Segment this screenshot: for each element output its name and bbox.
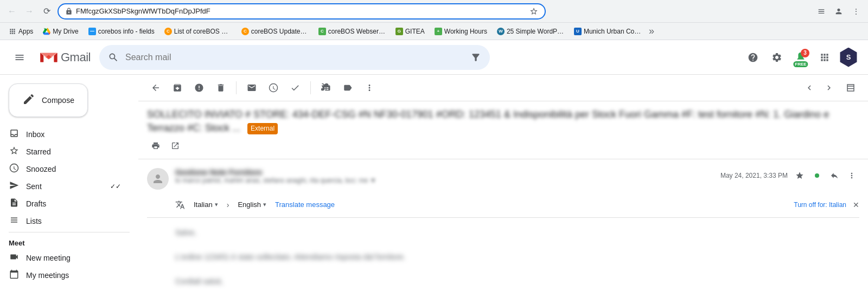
bookmark-simple-wordpress[interactable]: W 25 Simple WordPre... bbox=[493, 25, 569, 37]
reply-icon bbox=[830, 171, 839, 180]
sidebar-item-new-meeting[interactable]: New meeting bbox=[0, 249, 130, 267]
bookmark-my-drive[interactable]: My Drive bbox=[39, 25, 82, 37]
settings-button[interactable] bbox=[766, 47, 788, 68]
bookmark-munich-label: Munich Urban Cola... bbox=[584, 28, 641, 35]
archive-icon bbox=[173, 83, 182, 93]
search-bar[interactable] bbox=[99, 45, 490, 70]
forward-button[interactable]: → bbox=[22, 4, 37, 19]
move-to-button[interactable] bbox=[317, 79, 335, 96]
delete-icon bbox=[216, 83, 226, 93]
user-avatar: S bbox=[839, 48, 858, 67]
compose-button[interactable]: Compose bbox=[9, 83, 88, 117]
more-message-options-icon bbox=[847, 171, 856, 180]
dot-indicator-icon bbox=[813, 171, 821, 180]
my-meetings-icon bbox=[9, 269, 20, 282]
bookmark-list-corebos[interactable]: C List of coreBOS UIT... bbox=[160, 25, 236, 37]
more-message-options-button[interactable] bbox=[844, 168, 859, 183]
sidebar: Compose Inbox Starred Snoozed bbox=[0, 75, 138, 304]
browser-nav-buttons: ← → ⟳ bbox=[4, 4, 54, 19]
prev-email-button[interactable] bbox=[801, 79, 818, 96]
mark-unread-button[interactable] bbox=[243, 79, 260, 96]
sent-icon bbox=[9, 180, 20, 193]
star-email-button[interactable] bbox=[792, 168, 807, 183]
snooze-email-button[interactable] bbox=[265, 79, 282, 96]
search-input[interactable] bbox=[125, 53, 464, 62]
new-meeting-label: New meeting bbox=[26, 254, 71, 262]
reload-button[interactable]: ⟳ bbox=[39, 4, 54, 19]
close-translation-button[interactable]: ✕ bbox=[853, 200, 859, 209]
label-button[interactable] bbox=[339, 79, 356, 96]
bookmark-gitea-label: GITEA bbox=[405, 28, 425, 35]
free-badge: FREE bbox=[793, 61, 808, 67]
external-badge: External bbox=[247, 123, 278, 134]
print-button[interactable] bbox=[147, 137, 164, 154]
more-options-button[interactable] bbox=[361, 79, 378, 96]
bookmark-corebos-updater[interactable]: C coreBOS Updater :... bbox=[237, 25, 313, 37]
search-options-icon[interactable] bbox=[470, 52, 481, 63]
sidebar-item-sent[interactable]: Sent ✓✓ bbox=[0, 178, 130, 195]
lists-icon bbox=[9, 215, 20, 228]
turn-off-translation-link[interactable]: Turn off for: Italian bbox=[794, 201, 846, 209]
star-email-icon bbox=[795, 171, 804, 180]
sidebar-item-drafts[interactable]: Drafts bbox=[0, 195, 130, 212]
translate-message-link[interactable]: Translate message bbox=[275, 200, 335, 209]
account-button[interactable]: S bbox=[838, 47, 859, 68]
spam-button[interactable] bbox=[190, 79, 208, 96]
working-hours-icon: + bbox=[435, 28, 442, 35]
bookmark-corebos-info[interactable]: corebos info - fields bbox=[84, 25, 159, 37]
delete-button[interactable] bbox=[212, 79, 229, 96]
star-icon bbox=[529, 7, 538, 16]
more-bookmarks-button[interactable]: » bbox=[649, 25, 654, 37]
back-button[interactable]: ← bbox=[4, 4, 20, 19]
bookmark-corebos-updater-label: coreBOS Updater :... bbox=[251, 28, 309, 35]
print-icon bbox=[151, 141, 160, 150]
sidebar-item-my-meetings[interactable]: My meetings bbox=[0, 267, 130, 284]
chrome-menu-button[interactable]: ⋮ bbox=[848, 4, 864, 19]
next-email-button[interactable] bbox=[820, 79, 838, 96]
bookmark-gitea[interactable]: G GITEA bbox=[391, 25, 429, 37]
from-language-label: Italian bbox=[194, 200, 213, 209]
split-view-button[interactable] bbox=[842, 79, 859, 96]
address-bar[interactable]: FMfcgzGkXSbPSkgnWfWTbDqFnDpJPfdF bbox=[58, 3, 546, 20]
open-new-window-button[interactable] bbox=[167, 137, 184, 154]
from-language-selector[interactable]: Italian ▾ bbox=[189, 198, 222, 211]
sender-to: to marco patriot, mahim anas, stefano an… bbox=[175, 177, 714, 184]
gitea-icon: G bbox=[395, 28, 403, 35]
email-view: SOLLECITO INVIATO # STORE: 434-DEF-CSG #… bbox=[138, 75, 868, 304]
url-input[interactable]: FMfcgzGkXSbPSkgnWfWTbDqFnDpJPfdF bbox=[76, 7, 526, 15]
to-language-selector[interactable]: English ▾ bbox=[233, 198, 271, 211]
bookmark-working-hours[interactable]: + Working Hours bbox=[430, 25, 492, 37]
sidebar-item-starred[interactable]: Starred bbox=[0, 143, 130, 160]
sidebar-item-snoozed[interactable]: Snoozed bbox=[0, 160, 130, 178]
bookmark-apps[interactable]: Apps bbox=[4, 25, 37, 37]
task-button[interactable] bbox=[286, 79, 304, 96]
split-view-icon bbox=[846, 83, 856, 93]
sidebar-item-lists[interactable]: Lists bbox=[0, 212, 130, 230]
back-to-list-button[interactable] bbox=[147, 79, 164, 96]
sent-label: Sent bbox=[26, 182, 42, 191]
dot-indicator-button[interactable] bbox=[809, 168, 825, 183]
main-content: Compose Inbox Starred Snoozed bbox=[0, 75, 868, 304]
bookmark-corebos-info-label: corebos info - fields bbox=[98, 28, 155, 35]
sidebar-item-inbox[interactable]: Inbox bbox=[0, 126, 130, 143]
mark-unread-icon bbox=[247, 83, 257, 93]
reply-button[interactable] bbox=[827, 168, 842, 183]
apps-grid-button[interactable] bbox=[814, 47, 835, 68]
bookmark-corebos-webservice-label: coreBOS Webservic... bbox=[328, 28, 386, 35]
my-meetings-label: My meetings bbox=[26, 271, 69, 280]
hamburger-menu-button[interactable] bbox=[9, 47, 30, 68]
sender-avatar bbox=[147, 168, 169, 190]
extensions-button[interactable] bbox=[814, 4, 829, 19]
toolbar-separator-2 bbox=[310, 81, 311, 94]
archive-button[interactable] bbox=[169, 79, 186, 96]
help-button[interactable] bbox=[742, 47, 764, 68]
bookmark-corebos-webservice[interactable]: C coreBOS Webservic... bbox=[314, 25, 390, 37]
search-icon bbox=[108, 52, 119, 63]
profile-browser-button[interactable] bbox=[831, 4, 846, 19]
help-icon bbox=[748, 52, 758, 63]
notifications-button[interactable]: 3 FREE bbox=[790, 47, 812, 68]
bookmark-munich-urban[interactable]: U Munich Urban Cola... bbox=[570, 25, 646, 37]
to-language-label: English bbox=[238, 200, 261, 209]
header-actions: 3 FREE S bbox=[742, 47, 859, 68]
task-icon bbox=[290, 83, 300, 93]
